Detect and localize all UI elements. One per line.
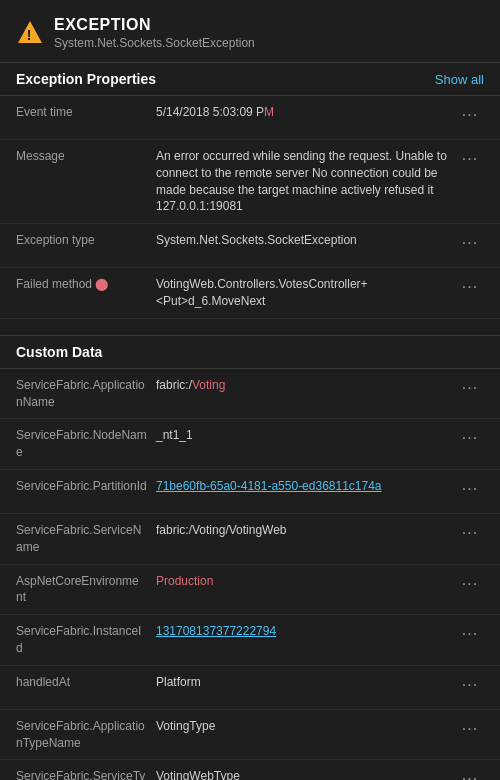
section-gap xyxy=(0,319,500,335)
row-value-app-type-name: VotingType xyxy=(156,718,456,735)
table-row: ServiceFabric.ServiceTypeName VotingWebT… xyxy=(0,760,500,780)
table-row: handledAt Platform ··· xyxy=(0,666,500,710)
row-menu-aspnet-env[interactable]: ··· xyxy=(456,573,484,593)
warning-icon: ! xyxy=(16,18,44,46)
row-menu-failed-method[interactable]: ··· xyxy=(456,276,484,296)
row-value-aspnet-env: Production xyxy=(156,573,456,590)
row-key-event-time: Event time xyxy=(16,104,156,121)
show-all-link[interactable]: Show all xyxy=(435,72,484,87)
table-row: Failed method ⬤ VotingWeb.Controllers.Vo… xyxy=(0,268,500,319)
row-menu-event-time[interactable]: ··· xyxy=(456,104,484,124)
row-key-failed-method: Failed method ⬤ xyxy=(16,276,156,293)
row-value-service-name: fabric:/Voting/VotingWeb xyxy=(156,522,456,539)
row-key-partition-id: ServiceFabric.PartitionId xyxy=(16,478,156,495)
table-row: ServiceFabric.ServiceName fabric:/Voting… xyxy=(0,514,500,565)
row-key-aspnet-env: AspNetCoreEnvironme nt xyxy=(16,573,156,607)
row-menu-partition-id[interactable]: ··· xyxy=(456,478,484,498)
row-value-node-name: _nt1_1 xyxy=(156,427,456,444)
row-key-handled-at: handledAt xyxy=(16,674,156,691)
row-key-exception-type: Exception type xyxy=(16,232,156,249)
exception-title: EXCEPTION xyxy=(54,16,255,34)
custom-data-section-header: Custom Data xyxy=(0,335,500,369)
row-value-exception-type: System.Net.Sockets.SocketException xyxy=(156,232,456,249)
row-key-service-name: ServiceFabric.ServiceName xyxy=(16,522,156,556)
row-key-instance-id: ServiceFabric.InstanceId xyxy=(16,623,156,657)
row-key-node-name: ServiceFabric.NodeName xyxy=(16,427,156,461)
row-value-instance-id: 131708137377222794 xyxy=(156,623,456,640)
row-menu-node-name[interactable]: ··· xyxy=(456,427,484,447)
header-text: EXCEPTION System.Net.Sockets.SocketExcep… xyxy=(54,16,255,50)
row-key-message: Message xyxy=(16,148,156,165)
row-menu-app-name[interactable]: ··· xyxy=(456,377,484,397)
row-menu-handled-at[interactable]: ··· xyxy=(456,674,484,694)
exception-subtitle: System.Net.Sockets.SocketException xyxy=(54,36,255,50)
table-row: ServiceFabric.ApplicationTypeName Voting… xyxy=(0,710,500,761)
table-row: ServiceFabric.InstanceId 131708137377222… xyxy=(0,615,500,666)
exception-properties-section-header: Exception Properties Show all xyxy=(0,62,500,96)
row-key-service-type-name: ServiceFabric.ServiceTypeName xyxy=(16,768,156,780)
row-menu-exception-type[interactable]: ··· xyxy=(456,232,484,252)
row-value-handled-at: Platform xyxy=(156,674,456,691)
table-row: Exception type System.Net.Sockets.Socket… xyxy=(0,224,500,268)
svg-text:!: ! xyxy=(27,27,32,43)
row-value-event-time: 5/14/2018 5:03:09 PM xyxy=(156,104,456,121)
row-value-app-name: fabric:/Voting xyxy=(156,377,456,394)
row-value-partition-id: 71be60fb-65a0-4181-a550-ed36811c174a xyxy=(156,478,456,495)
row-menu-instance-id[interactable]: ··· xyxy=(456,623,484,643)
row-menu-message[interactable]: ··· xyxy=(456,148,484,168)
custom-data-label: Custom Data xyxy=(16,344,102,360)
table-row: ServiceFabric.NodeName _nt1_1 ··· xyxy=(0,419,500,470)
row-menu-service-name[interactable]: ··· xyxy=(456,522,484,542)
table-row: AspNetCoreEnvironme nt Production ··· xyxy=(0,565,500,616)
row-menu-app-type-name[interactable]: ··· xyxy=(456,718,484,738)
table-row: ServiceFabric.PartitionId 71be60fb-65a0-… xyxy=(0,470,500,514)
table-row: ServiceFabric.ApplicationName fabric:/Vo… xyxy=(0,369,500,420)
row-menu-service-type-name[interactable]: ··· xyxy=(456,768,484,780)
table-row: Event time 5/14/2018 5:03:09 PM ··· xyxy=(0,96,500,140)
row-key-app-name: ServiceFabric.ApplicationName xyxy=(16,377,156,411)
exception-header: ! EXCEPTION System.Net.Sockets.SocketExc… xyxy=(0,0,500,62)
table-row: Message An error occurred while sending … xyxy=(0,140,500,224)
row-key-app-type-name: ServiceFabric.ApplicationTypeName xyxy=(16,718,156,752)
row-value-message: An error occurred while sending the requ… xyxy=(156,148,456,215)
row-value-service-type-name: VotingWebType xyxy=(156,768,456,780)
exception-properties-label: Exception Properties xyxy=(16,71,156,87)
row-value-failed-method: VotingWeb.Controllers.VotesController+<P… xyxy=(156,276,456,310)
